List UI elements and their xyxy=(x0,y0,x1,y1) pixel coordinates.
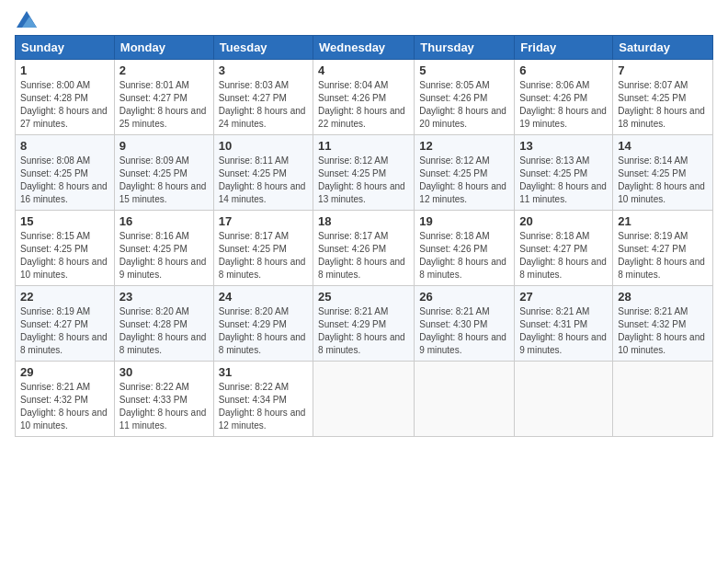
day-info: Sunrise: 8:22 AMSunset: 4:33 PMDaylight:… xyxy=(119,381,209,432)
day-cell-7: 7Sunrise: 8:07 AMSunset: 4:25 PMDaylight… xyxy=(613,60,713,135)
weekday-header-wednesday: Wednesday xyxy=(313,36,415,60)
empty-cell xyxy=(313,362,415,437)
day-cell-31: 31Sunrise: 8:22 AMSunset: 4:34 PMDayligh… xyxy=(213,362,313,437)
day-info: Sunrise: 8:22 AMSunset: 4:34 PMDaylight:… xyxy=(219,381,308,432)
day-number: 4 xyxy=(318,63,409,77)
day-number: 19 xyxy=(419,214,509,228)
day-number: 29 xyxy=(20,365,109,379)
day-cell-21: 21Sunrise: 8:19 AMSunset: 4:27 PMDayligh… xyxy=(613,211,713,286)
day-info: Sunrise: 8:13 AMSunset: 4:25 PMDaylight:… xyxy=(519,155,608,206)
day-number: 24 xyxy=(219,290,308,304)
day-cell-15: 15Sunrise: 8:15 AMSunset: 4:25 PMDayligh… xyxy=(16,211,115,286)
day-number: 26 xyxy=(419,290,509,304)
day-info: Sunrise: 8:21 AMSunset: 4:29 PMDaylight:… xyxy=(318,305,409,357)
day-number: 25 xyxy=(318,290,409,304)
weekday-header-tuesday: Tuesday xyxy=(213,36,313,60)
day-info: Sunrise: 8:09 AMSunset: 4:25 PMDaylight:… xyxy=(119,155,209,206)
day-info: Sunrise: 8:17 AMSunset: 4:26 PMDaylight:… xyxy=(318,230,409,282)
day-cell-19: 19Sunrise: 8:18 AMSunset: 4:26 PMDayligh… xyxy=(415,211,515,286)
weekday-header-thursday: Thursday xyxy=(415,36,515,60)
day-info: Sunrise: 8:17 AMSunset: 4:25 PMDaylight:… xyxy=(219,230,308,282)
day-info: Sunrise: 8:03 AMSunset: 4:27 PMDaylight:… xyxy=(219,79,308,131)
calendar-table: SundayMondayTuesdayWednesdayThursdayFrid… xyxy=(15,35,713,437)
day-number: 10 xyxy=(219,139,308,153)
day-cell-16: 16Sunrise: 8:16 AMSunset: 4:25 PMDayligh… xyxy=(114,211,213,286)
day-cell-4: 4Sunrise: 8:04 AMSunset: 4:26 PMDaylight… xyxy=(313,60,415,135)
week-row-1: 1Sunrise: 8:00 AMSunset: 4:28 PMDaylight… xyxy=(16,60,713,135)
day-info: Sunrise: 8:20 AMSunset: 4:28 PMDaylight:… xyxy=(119,305,209,357)
day-cell-17: 17Sunrise: 8:17 AMSunset: 4:25 PMDayligh… xyxy=(213,211,313,286)
day-info: Sunrise: 8:04 AMSunset: 4:26 PMDaylight:… xyxy=(318,79,409,131)
week-row-4: 22Sunrise: 8:19 AMSunset: 4:27 PMDayligh… xyxy=(16,286,713,362)
day-info: Sunrise: 8:18 AMSunset: 4:26 PMDaylight:… xyxy=(419,230,509,282)
day-number: 5 xyxy=(419,63,509,77)
day-info: Sunrise: 8:08 AMSunset: 4:25 PMDaylight:… xyxy=(20,155,109,206)
day-cell-28: 28Sunrise: 8:21 AMSunset: 4:32 PMDayligh… xyxy=(613,286,713,362)
day-number: 30 xyxy=(119,365,209,379)
day-cell-11: 11Sunrise: 8:12 AMSunset: 4:25 PMDayligh… xyxy=(313,135,415,211)
logo xyxy=(15,11,37,28)
day-number: 7 xyxy=(618,63,708,77)
day-info: Sunrise: 8:15 AMSunset: 4:25 PMDaylight:… xyxy=(20,230,109,282)
day-info: Sunrise: 8:19 AMSunset: 4:27 PMDaylight:… xyxy=(20,305,109,357)
day-cell-24: 24Sunrise: 8:20 AMSunset: 4:29 PMDayligh… xyxy=(213,286,313,362)
logo-icon xyxy=(17,11,37,28)
day-cell-20: 20Sunrise: 8:18 AMSunset: 4:27 PMDayligh… xyxy=(515,211,613,286)
day-info: Sunrise: 8:00 AMSunset: 4:28 PMDaylight:… xyxy=(20,79,109,131)
day-number: 11 xyxy=(318,139,409,153)
day-cell-12: 12Sunrise: 8:12 AMSunset: 4:25 PMDayligh… xyxy=(415,135,515,211)
weekday-header-row: SundayMondayTuesdayWednesdayThursdayFrid… xyxy=(16,36,713,60)
day-info: Sunrise: 8:21 AMSunset: 4:30 PMDaylight:… xyxy=(419,305,509,357)
week-row-3: 15Sunrise: 8:15 AMSunset: 4:25 PMDayligh… xyxy=(16,211,713,286)
day-info: Sunrise: 8:19 AMSunset: 4:27 PMDaylight:… xyxy=(618,230,708,282)
day-cell-2: 2Sunrise: 8:01 AMSunset: 4:27 PMDaylight… xyxy=(114,60,213,135)
day-info: Sunrise: 8:21 AMSunset: 4:31 PMDaylight:… xyxy=(519,305,608,357)
day-number: 27 xyxy=(519,290,608,304)
day-number: 3 xyxy=(219,63,308,77)
day-info: Sunrise: 8:12 AMSunset: 4:25 PMDaylight:… xyxy=(318,155,409,206)
day-info: Sunrise: 8:21 AMSunset: 4:32 PMDaylight:… xyxy=(20,381,109,432)
empty-cell xyxy=(415,362,515,437)
week-row-2: 8Sunrise: 8:08 AMSunset: 4:25 PMDaylight… xyxy=(16,135,713,211)
day-cell-8: 8Sunrise: 8:08 AMSunset: 4:25 PMDaylight… xyxy=(16,135,115,211)
empty-cell xyxy=(613,362,713,437)
day-info: Sunrise: 8:07 AMSunset: 4:25 PMDaylight:… xyxy=(618,79,708,131)
day-info: Sunrise: 8:20 AMSunset: 4:29 PMDaylight:… xyxy=(219,305,308,357)
day-number: 22 xyxy=(20,290,109,304)
day-number: 6 xyxy=(519,63,608,77)
day-cell-25: 25Sunrise: 8:21 AMSunset: 4:29 PMDayligh… xyxy=(313,286,415,362)
day-info: Sunrise: 8:01 AMSunset: 4:27 PMDaylight:… xyxy=(119,79,209,131)
week-row-5: 29Sunrise: 8:21 AMSunset: 4:32 PMDayligh… xyxy=(16,362,713,437)
weekday-header-friday: Friday xyxy=(515,36,613,60)
day-number: 31 xyxy=(219,365,308,379)
day-cell-6: 6Sunrise: 8:06 AMSunset: 4:26 PMDaylight… xyxy=(515,60,613,135)
day-number: 23 xyxy=(119,290,209,304)
day-number: 2 xyxy=(119,63,209,77)
day-cell-23: 23Sunrise: 8:20 AMSunset: 4:28 PMDayligh… xyxy=(114,286,213,362)
day-cell-27: 27Sunrise: 8:21 AMSunset: 4:31 PMDayligh… xyxy=(515,286,613,362)
weekday-header-monday: Monday xyxy=(114,36,213,60)
day-number: 9 xyxy=(119,139,209,153)
weekday-header-saturday: Saturday xyxy=(613,36,713,60)
day-info: Sunrise: 8:14 AMSunset: 4:25 PMDaylight:… xyxy=(618,155,708,206)
day-number: 13 xyxy=(519,139,608,153)
day-cell-22: 22Sunrise: 8:19 AMSunset: 4:27 PMDayligh… xyxy=(16,286,115,362)
day-cell-14: 14Sunrise: 8:14 AMSunset: 4:25 PMDayligh… xyxy=(613,135,713,211)
day-number: 28 xyxy=(618,290,708,304)
day-cell-30: 30Sunrise: 8:22 AMSunset: 4:33 PMDayligh… xyxy=(114,362,213,437)
day-cell-5: 5Sunrise: 8:05 AMSunset: 4:26 PMDaylight… xyxy=(415,60,515,135)
day-info: Sunrise: 8:18 AMSunset: 4:27 PMDaylight:… xyxy=(519,230,608,282)
day-info: Sunrise: 8:06 AMSunset: 4:26 PMDaylight:… xyxy=(519,79,608,131)
page-container: SundayMondayTuesdayWednesdayThursdayFrid… xyxy=(0,0,728,444)
day-info: Sunrise: 8:21 AMSunset: 4:32 PMDaylight:… xyxy=(618,305,708,357)
header xyxy=(15,11,713,28)
day-number: 15 xyxy=(20,214,109,228)
day-cell-3: 3Sunrise: 8:03 AMSunset: 4:27 PMDaylight… xyxy=(213,60,313,135)
day-number: 17 xyxy=(219,214,308,228)
day-number: 8 xyxy=(20,139,109,153)
day-info: Sunrise: 8:12 AMSunset: 4:25 PMDaylight:… xyxy=(419,155,509,206)
day-cell-9: 9Sunrise: 8:09 AMSunset: 4:25 PMDaylight… xyxy=(114,135,213,211)
day-info: Sunrise: 8:11 AMSunset: 4:25 PMDaylight:… xyxy=(219,155,308,206)
weekday-header-sunday: Sunday xyxy=(16,36,115,60)
day-number: 16 xyxy=(119,214,209,228)
